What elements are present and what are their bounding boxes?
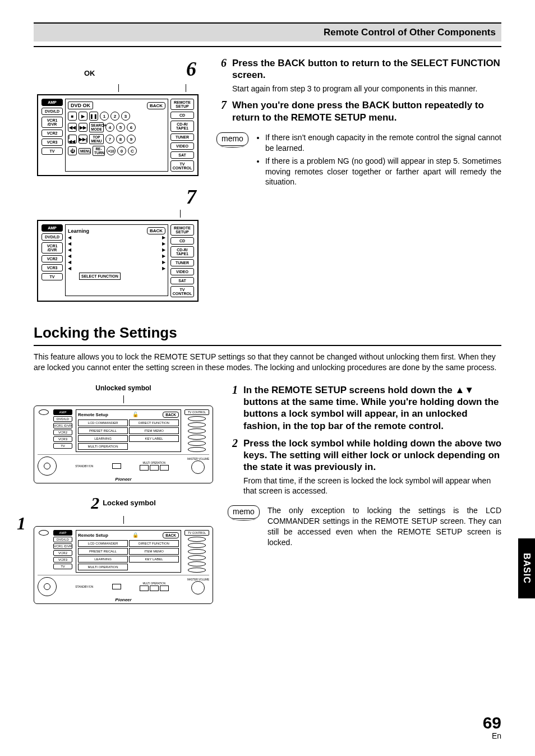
oval-button[interactable]	[188, 561, 206, 566]
side-btn-remote-setup[interactable]: REMOTE SETUP	[170, 224, 194, 236]
menu-item[interactable]: DIRECT FUNCTION	[129, 420, 179, 426]
arrow-left-icon[interactable]: ◀	[68, 235, 71, 240]
menu-item[interactable]: LCD COMMANDER	[78, 420, 128, 426]
side-btn-dvdld[interactable]: DVD/LD	[41, 233, 63, 241]
side-btn-amp[interactable]: AMP	[53, 409, 72, 415]
lock-icon[interactable]: 🔒	[132, 532, 139, 538]
side-btn-amp[interactable]: AMP	[53, 530, 72, 536]
arrow-right-icon[interactable]: ▶	[162, 260, 165, 265]
oval-button[interactable]	[188, 447, 206, 452]
unlock-icon[interactable]: 🔓	[132, 412, 139, 417]
menu-item[interactable]: LEARNING	[78, 435, 128, 442]
clear-button[interactable]: C	[128, 146, 137, 155]
ff-icon[interactable]: ▶▶	[79, 123, 87, 132]
side-btn-cdr[interactable]: CD-R/ TAPE1	[170, 246, 194, 257]
square-button[interactable]	[150, 465, 159, 471]
oval-button[interactable]	[188, 428, 206, 434]
power-icon[interactable]: ⏻	[68, 146, 77, 155]
arrow-left-icon[interactable]: ◀	[68, 253, 71, 259]
back-button[interactable]: BACK	[163, 412, 179, 418]
side-btn-remote-setup[interactable]: REMOTE SETUP	[170, 99, 194, 110]
square-button[interactable]	[160, 465, 169, 471]
num-7[interactable]: 7	[105, 135, 114, 144]
num-9[interactable]: 9	[127, 135, 136, 144]
side-btn-tv[interactable]: TV	[53, 564, 72, 569]
arrow-right-icon[interactable]: ▶	[162, 247, 165, 252]
side-btn-tvcontrol[interactable]: TV CONTROL	[170, 286, 194, 297]
oval-button[interactable]	[39, 530, 49, 536]
side-btn-vcr2[interactable]: VCR2	[41, 130, 63, 137]
side-btn-vcr2[interactable]: VCR2	[41, 255, 63, 262]
arrow-right-icon[interactable]: ▶	[162, 235, 165, 240]
side-btn-vcr1[interactable]: VCR1 /DVR	[41, 117, 63, 128]
menu-item[interactable]: MULTI OPERATION	[78, 564, 128, 570]
return-button[interactable]: RE-TURN	[93, 146, 105, 156]
num-6[interactable]: 6	[127, 123, 136, 132]
stop-icon[interactable]: ■	[68, 112, 77, 121]
square-button[interactable]	[112, 463, 121, 469]
side-btn-video[interactable]: VIDEO	[170, 142, 194, 150]
menu-item[interactable]: LCD COMMANDER	[78, 540, 128, 547]
side-btn-tv[interactable]: TV	[41, 273, 63, 280]
rew-icon[interactable]: ◀◀	[68, 123, 77, 132]
num-4[interactable]: 4	[105, 123, 114, 132]
side-btn-tvcontrol[interactable]: TV CONTROL	[185, 409, 209, 415]
arrow-left-icon[interactable]: ◀	[68, 260, 71, 265]
side-btn-amp[interactable]: AMP	[41, 224, 63, 232]
dpad[interactable]	[38, 577, 57, 596]
side-btn-tuner[interactable]: TUNER	[170, 133, 194, 141]
side-btn-vcr2[interactable]: VCR2	[53, 430, 72, 435]
side-btn-dvdld[interactable]: DVD/LD	[53, 416, 72, 422]
back-button[interactable]: BACK	[163, 532, 179, 538]
side-btn-tvcontrol[interactable]: TV CONTROL	[185, 530, 209, 536]
side-btn-vcr1[interactable]: VCR1 /DVR	[41, 242, 63, 253]
side-btn-tv[interactable]: TV	[41, 147, 63, 155]
side-btn-sat[interactable]: SAT	[170, 277, 194, 284]
arrow-right-icon[interactable]: ▶	[162, 241, 165, 246]
side-btn-cdr[interactable]: CD-R/ TAPE1	[170, 121, 194, 132]
back-button[interactable]: BACK	[147, 227, 165, 234]
arrow-right-icon[interactable]: ▶	[162, 266, 165, 271]
top-menu-button[interactable]: TOP MENU	[89, 134, 104, 144]
back-button[interactable]: BACK	[147, 102, 165, 109]
oval-button[interactable]	[188, 543, 206, 548]
side-btn-amp[interactable]: AMP	[41, 99, 63, 106]
side-btn-vcr3[interactable]: VCR3	[53, 557, 72, 563]
prev-icon[interactable]: |◀◀	[68, 135, 77, 144]
side-btn-vcr1[interactable]: VCR1 /DVR	[53, 423, 72, 428]
num-1[interactable]: 1	[100, 112, 109, 121]
side-btn-tuner[interactable]: TUNER	[170, 259, 194, 266]
side-btn-tv[interactable]: TV	[53, 443, 72, 449]
search-mode-button[interactable]: SEARCH MODE	[89, 122, 104, 132]
volume-dial[interactable]	[191, 460, 205, 474]
side-btn-vcr3[interactable]: VCR3	[41, 264, 63, 271]
side-btn-sat[interactable]: SAT	[170, 151, 194, 159]
menu-item[interactable]: KEY LABEL	[129, 556, 179, 563]
side-btn-cd[interactable]: CD	[170, 112, 194, 119]
arrow-left-icon[interactable]: ◀	[68, 247, 71, 252]
side-btn-tvcontrol[interactable]: TV CONTROL	[170, 160, 194, 172]
num-5[interactable]: 5	[116, 123, 125, 132]
menu-button[interactable]: MENU	[79, 148, 91, 154]
square-button[interactable]	[112, 584, 121, 589]
arrow-left-icon[interactable]: ◀	[68, 266, 71, 271]
side-btn-vcr3[interactable]: VCR3	[41, 139, 63, 146]
num-8[interactable]: 8	[116, 135, 125, 144]
square-button[interactable]	[160, 586, 169, 591]
side-btn-cd[interactable]: CD	[170, 237, 194, 245]
oval-button[interactable]	[188, 555, 206, 560]
menu-item[interactable]: ITEM MEMO	[129, 548, 179, 555]
num-0[interactable]: 0	[117, 146, 126, 155]
next-icon[interactable]: ▶▶|	[79, 135, 87, 144]
menu-item[interactable]: MULTI OPERATION	[78, 443, 128, 450]
volume-dial[interactable]	[191, 581, 205, 594]
oval-button[interactable]	[188, 568, 206, 573]
plus10-button[interactable]: +10	[107, 146, 116, 155]
square-button[interactable]	[140, 465, 149, 471]
pause-icon[interactable]: ❚❚	[89, 112, 98, 121]
square-button[interactable]	[140, 586, 149, 591]
oval-button[interactable]	[188, 435, 206, 440]
num-3[interactable]: 3	[121, 112, 130, 121]
menu-item[interactable]: DIRECT FUNCTION	[129, 540, 179, 547]
side-btn-vcr1[interactable]: VCR1 /DVR	[53, 543, 72, 549]
